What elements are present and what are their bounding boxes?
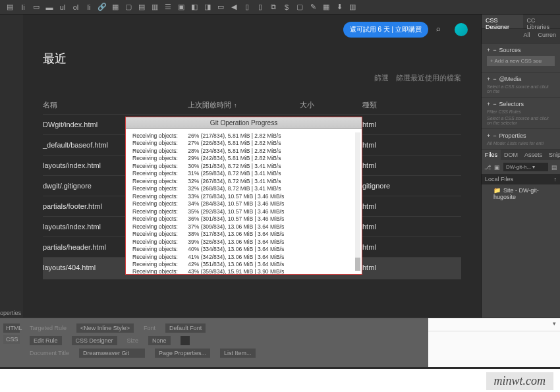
minus-icon[interactable]: −	[493, 47, 496, 53]
download-icon[interactable]: ⬇	[335, 3, 344, 12]
tool-icon[interactable]: ▭	[32, 3, 41, 12]
minus-icon[interactable]: −	[493, 76, 496, 82]
filter-css[interactable]: Filter CSS Rules	[487, 109, 555, 114]
page-properties-button[interactable]: Page Properties...	[155, 349, 210, 358]
tool-icon[interactable]: ▭	[216, 3, 225, 12]
targeted-rule-value[interactable]: <New Inline Style>	[76, 323, 134, 333]
tab-css-designer[interactable]: CSS Designer	[482, 14, 523, 28]
tool-icon[interactable]: $	[282, 3, 291, 12]
minus-icon[interactable]: −	[493, 132, 496, 139]
filter-row: 篩選 篩選最近使用的檔案	[43, 73, 461, 83]
progress-line: Receiving objects: 32% (268/834), 8.72 M…	[132, 185, 355, 192]
cell-type: html	[362, 121, 461, 128]
properties-label: Properties	[499, 132, 526, 139]
progress-line: Receiving objects: 40% (334/834), 13.06 …	[132, 246, 355, 253]
size-value[interactable]: None	[148, 336, 171, 345]
plus-icon[interactable]: +	[487, 47, 490, 53]
html-tab[interactable]: HTML	[3, 323, 20, 333]
plus-icon[interactable]: +	[487, 76, 490, 82]
recent-title: 最近	[43, 51, 461, 67]
tool-icon[interactable]: ▤	[551, 164, 557, 171]
tool-icon[interactable]: ▢	[295, 3, 304, 12]
minus-icon[interactable]: −	[493, 101, 496, 107]
tab-snippets[interactable]: Snippets	[546, 150, 560, 160]
col-type[interactable]: 種類	[362, 100, 461, 110]
local-files-header[interactable]: Local Files↑	[482, 174, 560, 184]
tool-icon[interactable]: ul	[58, 3, 67, 12]
col-time[interactable]: 上次開啟時間↑	[188, 100, 300, 110]
tool-icon[interactable]: li	[84, 3, 94, 12]
tool-icon[interactable]: ▢	[124, 3, 133, 12]
link-icon[interactable]: 🔗	[98, 3, 107, 12]
tool-icon[interactable]: ▤	[137, 3, 146, 12]
tool-icon[interactable]: Ii	[18, 3, 28, 12]
scrollbar[interactable]	[355, 132, 360, 271]
tab-files[interactable]: Files	[482, 150, 501, 160]
tool-icon[interactable]: ☰	[163, 3, 173, 12]
tool-icon[interactable]: ▦	[111, 3, 120, 12]
progress-line: Receiving objects: 36% (301/834), 10.57 …	[132, 215, 355, 223]
size-label: Size	[127, 337, 139, 344]
tool-icon[interactable]: ▦	[322, 3, 331, 12]
search-icon[interactable]: ⌕	[436, 24, 447, 35]
trial-button[interactable]: 還可試用 6 天 | 立即購買	[343, 22, 428, 38]
filter-value[interactable]: 篩選最近使用的檔案	[396, 74, 461, 82]
font-value[interactable]: Default Font	[165, 323, 206, 333]
tab-cc-libraries[interactable]: CC Libraries	[523, 14, 560, 28]
cell-type: html	[362, 161, 461, 169]
tool-icon[interactable]: ⧉	[269, 3, 278, 12]
tool-icon[interactable]: ✎	[308, 3, 318, 12]
tool-icon[interactable]: ◀	[229, 3, 238, 12]
tool-icon[interactable]: ▯	[256, 3, 265, 12]
doc-title-input[interactable]: Dreamweaver Git	[79, 349, 145, 358]
dialog-title: Git Operation Progress	[126, 117, 362, 129]
tool-icon[interactable]: ol	[71, 3, 80, 12]
folder-icon[interactable]: ▣	[494, 164, 500, 171]
progress-line: Receiving objects: 41% (342/834), 13.06 …	[132, 254, 355, 261]
tool-icon[interactable]: ▤	[5, 3, 14, 12]
progress-line: Receiving objects: 43% (359/834), 15.91 …	[132, 268, 355, 274]
sort-icon[interactable]: ↑	[554, 176, 557, 182]
media-note: Select a CSS source and click on the	[487, 84, 555, 94]
cell-type: html	[362, 141, 461, 149]
properties-panel: operties HTML CSS Targeted Rule <New Inl…	[0, 318, 560, 367]
avatar[interactable]	[455, 23, 468, 36]
tool-icon[interactable]: ▥	[348, 3, 357, 12]
tool-icon[interactable]: ▥	[150, 3, 159, 12]
top-toolbar: ▤ Ii ▭ ▬ ul ol li 🔗 ▦ ▢ ▤ ▥ ☰ ▣ ◧ ◨ ▭ ◀ …	[0, 0, 560, 14]
tool-icon[interactable]: ▬	[45, 3, 54, 12]
subtab-current[interactable]: Curren	[534, 29, 560, 43]
site-selector[interactable]: DW-git-h... ▾	[503, 163, 548, 171]
edit-rule-button[interactable]: Edit Rule	[30, 336, 62, 345]
bottom-whitespace	[0, 369, 560, 392]
css-tab[interactable]: CSS	[3, 335, 20, 344]
plus-icon[interactable]: +	[487, 132, 490, 139]
tab-dom[interactable]: DOM	[501, 150, 521, 160]
prop-right-pane: ▾	[428, 318, 560, 367]
color-swatch[interactable]	[181, 336, 190, 345]
add-css-button[interactable]: + Add a new CSS sou	[487, 56, 555, 66]
progress-line: Receiving objects: 27% (226/834), 5.81 M…	[132, 140, 355, 147]
progress-line: Receiving objects: 42% (351/834), 13.06 …	[132, 261, 355, 268]
tool-icon[interactable]: ▣	[177, 3, 186, 12]
tool-icon[interactable]: ◧	[190, 3, 199, 12]
subtab-all[interactable]: All	[519, 29, 534, 43]
site-row[interactable]: 📁Site - DW-git-hugosite	[482, 184, 560, 203]
plus-icon[interactable]: +	[487, 101, 490, 107]
git-icon[interactable]: ⎇	[484, 164, 491, 171]
scroll-thumb[interactable]	[355, 258, 360, 271]
properties-note: All Mode: Lists rules for enti	[487, 141, 555, 146]
progress-line: Receiving objects: 39% (326/834), 13.06 …	[132, 238, 355, 246]
watermark: minwt.com	[486, 372, 554, 390]
panel-tabs: CSS Designer CC Libraries	[482, 14, 560, 29]
css-designer-button[interactable]: CSS Designer	[72, 336, 117, 345]
progress-line: Receiving objects: 38% (317/834), 13.06 …	[132, 231, 355, 238]
table-header: 名稱 上次開啟時間↑ 大小 種類	[43, 96, 461, 114]
dropdown-icon[interactable]: ▾	[553, 320, 556, 329]
tool-icon[interactable]: ▯	[242, 3, 252, 12]
list-item-button[interactable]: List Item...	[220, 349, 256, 358]
tool-icon[interactable]: ◨	[203, 3, 212, 12]
col-name[interactable]: 名稱	[43, 100, 188, 110]
col-size[interactable]: 大小	[300, 100, 362, 110]
tab-assets[interactable]: Assets	[521, 150, 546, 160]
